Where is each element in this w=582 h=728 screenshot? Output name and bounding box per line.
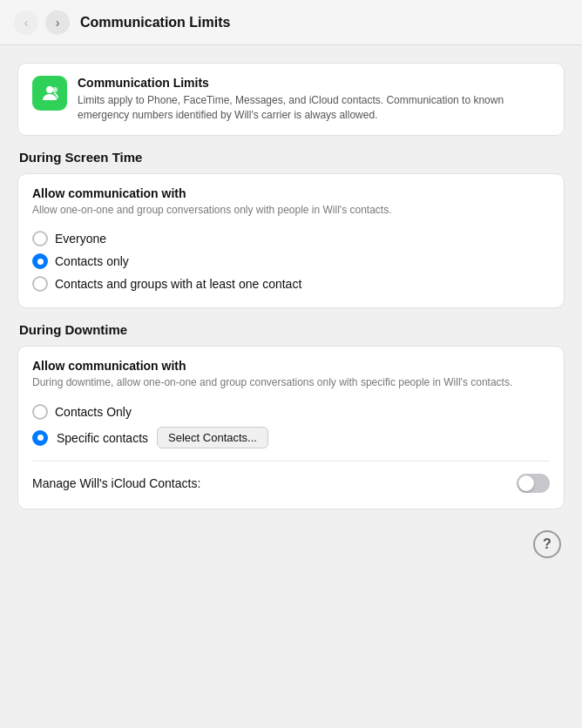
icloud-contacts-row: Manage Will's iCloud Contacts: bbox=[32, 470, 550, 496]
svg-point-0 bbox=[46, 86, 53, 93]
downtime-section: During Downtime Allow communication with… bbox=[17, 322, 565, 509]
select-contacts-button[interactable]: Select Contacts... bbox=[157, 427, 268, 448]
radio-contacts-groups-label: Contacts and groups with at least one co… bbox=[55, 277, 301, 291]
radio-contacts-groups[interactable]: Contacts and groups with at least one co… bbox=[32, 273, 550, 295]
communication-limits-icon bbox=[39, 83, 60, 104]
downtime-card: Allow communication with During downtime… bbox=[17, 346, 565, 509]
downtime-card-desc: During downtime, allow one-on-one and gr… bbox=[32, 375, 550, 390]
radio-specific-contacts-input[interactable] bbox=[32, 430, 48, 446]
screen-time-section: During Screen Time Allow communication w… bbox=[17, 150, 565, 309]
info-card: Communication Limits Limits apply to Pho… bbox=[17, 63, 565, 136]
radio-contacts-only-down-label: Contacts Only bbox=[55, 405, 132, 419]
radio-contacts-only-down-input[interactable] bbox=[32, 404, 48, 420]
radio-specific-contacts[interactable]: Specific contacts Select Contacts... bbox=[32, 423, 550, 452]
app-icon bbox=[32, 76, 67, 111]
downtime-card-title: Allow communication with bbox=[32, 359, 550, 373]
forward-icon: › bbox=[56, 16, 60, 30]
radio-contacts-only-label: Contacts only bbox=[55, 254, 129, 268]
icloud-contacts-toggle[interactable] bbox=[517, 474, 550, 493]
radio-specific-contacts-label: Specific contacts bbox=[57, 431, 148, 445]
screen-time-header: During Screen Time bbox=[17, 150, 565, 165]
top-navigation: ‹ › Communication Limits bbox=[0, 0, 582, 45]
back-icon: ‹ bbox=[24, 16, 29, 30]
divider bbox=[32, 461, 550, 462]
screen-time-card-desc: Allow one-on-one and group conversations… bbox=[32, 203, 550, 218]
info-card-description: Limits apply to Phone, FaceTime, Message… bbox=[78, 93, 550, 123]
info-card-title: Communication Limits bbox=[78, 76, 550, 90]
back-button[interactable]: ‹ bbox=[14, 10, 38, 35]
main-content: Communication Limits Limits apply to Pho… bbox=[0, 45, 582, 583]
screen-time-card-title: Allow communication with bbox=[32, 186, 550, 200]
radio-contacts-groups-input[interactable] bbox=[32, 276, 48, 292]
forward-button[interactable]: › bbox=[45, 10, 70, 35]
radio-everyone-label: Everyone bbox=[55, 232, 106, 246]
radio-contacts-only[interactable]: Contacts only bbox=[32, 250, 550, 273]
radio-contacts-only-down[interactable]: Contacts Only bbox=[32, 401, 550, 423]
info-text-block: Communication Limits Limits apply to Pho… bbox=[78, 76, 550, 123]
screen-time-card: Allow communication with Allow one-on-on… bbox=[17, 173, 565, 309]
help-button-container: ? bbox=[17, 523, 565, 565]
radio-everyone[interactable]: Everyone bbox=[32, 227, 550, 250]
downtime-header: During Downtime bbox=[17, 322, 565, 337]
page-title: Communication Limits bbox=[80, 15, 230, 30]
help-button[interactable]: ? bbox=[533, 530, 561, 558]
svg-point-1 bbox=[52, 87, 58, 92]
radio-contacts-only-input[interactable] bbox=[32, 253, 48, 269]
icloud-contacts-label: Manage Will's iCloud Contacts: bbox=[32, 476, 200, 490]
radio-everyone-input[interactable] bbox=[32, 231, 48, 246]
